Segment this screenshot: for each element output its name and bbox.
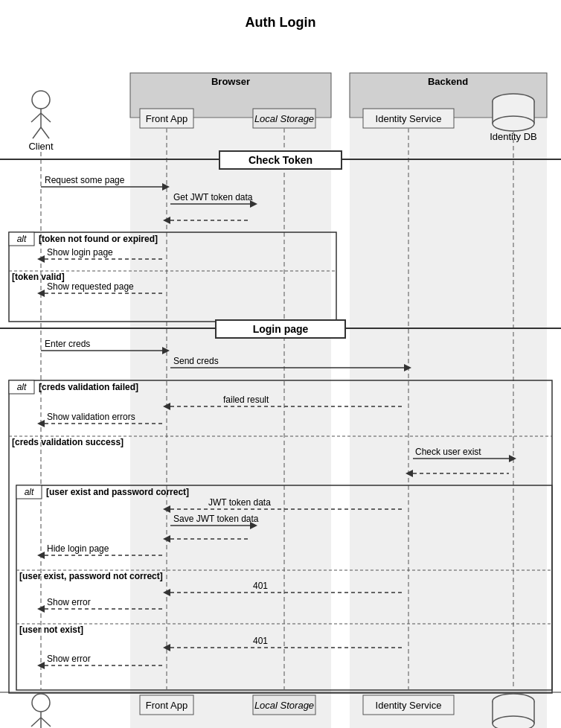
svg-rect-3 — [350, 118, 547, 728]
msg-get-jwt-label: Get JWT token data — [173, 192, 253, 202]
msg-jwt-token-data-label: JWT token data — [208, 497, 271, 508]
svg-rect-2 — [130, 118, 331, 728]
alt-guard-1: [token not found or expired] — [39, 234, 158, 244]
alt-guard-creds-fail: [creds validation failed] — [39, 382, 138, 392]
client-head-top — [32, 91, 50, 109]
client-head-bottom — [32, 694, 50, 712]
msg-failed-result-label: failed result — [223, 395, 269, 405]
check-token-label: Check Token — [249, 154, 312, 166]
alt-label-1: alt — [17, 234, 27, 244]
msg-save-jwt-label: Save JWT token data — [173, 514, 259, 524]
msg-401-pwd-label: 401 — [253, 581, 268, 591]
msg-show-requested-label: Show requested page — [47, 281, 134, 292]
diagram: Auth Login Browser Backend Client Front … — [0, 0, 561, 728]
svg-line-11 — [41, 718, 51, 727]
alt-guard-wrong-pwd: [user exist, password not correct] — [19, 571, 163, 581]
msg-send-creds-label: Send creds — [173, 356, 219, 366]
alt-guard-creds-success: [creds validation success] — [12, 437, 124, 447]
alt-guard-valid: [token valid] — [12, 272, 65, 282]
msg-hide-login-label: Hide login page — [47, 543, 109, 554]
front-app-label-bottom: Front App — [146, 700, 187, 711]
msg-show-error-pwd-label: Show error — [47, 597, 91, 607]
alt-label-2: alt — [17, 382, 27, 392]
front-app-label-top: Front App — [146, 113, 187, 124]
msg-show-val-errors-label: Show validation errors — [47, 412, 135, 422]
diagram-title: Auth Login — [0, 7, 561, 42]
identity-service-label-bottom: Identity Service — [376, 700, 442, 711]
alt-guard-no-user: [user not exist] — [19, 625, 83, 635]
msg-request-page-label: Request some page — [45, 175, 125, 185]
browser-group-label: Browser — [211, 76, 250, 87]
msg-check-user-label: Check user exist — [415, 447, 481, 457]
client-label-top: Client — [28, 141, 54, 152]
login-page-label: Login page — [253, 323, 309, 335]
sequence-diagram: Browser Backend Client Front App Local S… — [0, 42, 561, 728]
local-storage-label-bottom: Local Storage — [254, 700, 314, 711]
alt-label-3: alt — [25, 487, 34, 497]
svg-line-7 — [41, 127, 49, 138]
msg-show-login-label: Show login page — [47, 247, 113, 258]
msg-enter-creds-label: Enter creds — [45, 339, 90, 349]
local-storage-label-top: Local Storage — [254, 113, 314, 124]
svg-line-5 — [41, 113, 51, 122]
backend-group-label: Backend — [428, 76, 468, 87]
identity-db-bottom-ellipse — [493, 116, 534, 131]
msg-show-error-nouser-label: Show error — [47, 654, 91, 664]
msg-401-nouser-label: 401 — [253, 636, 268, 646]
svg-line-4 — [31, 113, 41, 122]
svg-line-6 — [33, 127, 41, 138]
alt-guard-user-exist: [user exist and password correct] — [46, 487, 189, 497]
identity-service-label-top: Identity Service — [376, 113, 442, 124]
identity-db-bottom-bottom-ellipse — [493, 716, 534, 728]
svg-line-10 — [31, 718, 41, 727]
